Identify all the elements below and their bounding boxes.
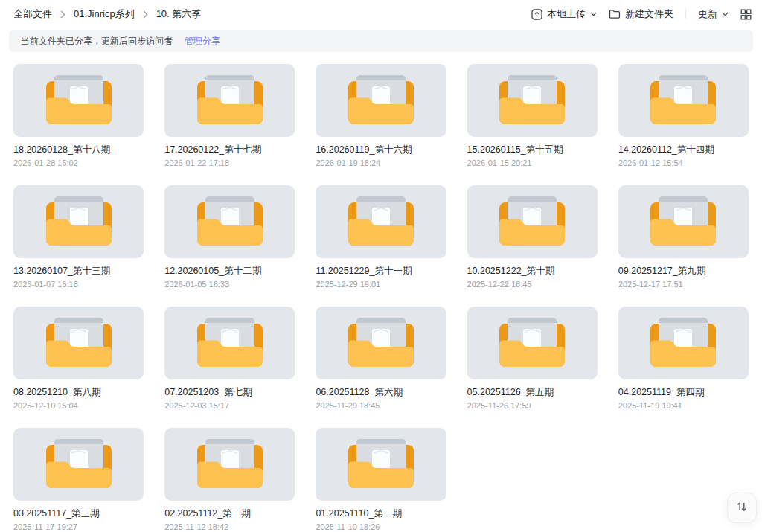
folder-item[interactable]: 03.20251117_第三期 2025-11-17 19:27 — [13, 428, 144, 532]
folder-icon — [43, 439, 115, 490]
folder-item[interactable]: 15.20260115_第十五期 2026-01-15 20:21 — [467, 64, 598, 168]
folder-item[interactable]: 08.20251210_第八期 2025-12-10 15:04 — [13, 307, 144, 411]
folder-thumbnail-card — [13, 64, 144, 137]
folder-item[interactable]: 13.20260107_第十三期 2026-01-07 15:18 — [13, 185, 144, 289]
folder-date: 2026-01-12 15:54 — [618, 158, 749, 168]
folder-thumbnail-card — [316, 64, 446, 137]
chevron-right-icon — [143, 10, 148, 19]
share-banner-text: 当前文件夹已分享，更新后同步访问者 — [21, 35, 173, 48]
update-button[interactable]: 更新 — [698, 7, 729, 21]
local-upload-button[interactable]: 本地上传 — [531, 7, 597, 21]
folder-icon — [345, 318, 417, 368]
folder-date: 2025-12-03 15:17 — [164, 401, 295, 411]
folder-thumbnail-card — [467, 307, 598, 379]
breadcrumb-series[interactable]: 01.Jinricp系列 — [74, 7, 135, 21]
folder-date: 2026-01-19 18:24 — [316, 158, 446, 168]
folder-item[interactable]: 01.20251110_第一期 2025-11-10 18:26 — [316, 428, 446, 532]
folder-icon — [43, 318, 115, 368]
folder-item[interactable]: 04.20251119_第四期 2025-11-19 19:41 — [618, 307, 749, 411]
folder-name: 08.20251210_第八期 — [13, 387, 144, 398]
folder-icon — [647, 75, 719, 126]
folder-thumbnail-card — [164, 428, 295, 501]
folder-name: 14.20260112_第十四期 — [618, 144, 749, 156]
folder-icon — [496, 318, 568, 368]
folder-name: 17.20260122_第十七期 — [164, 144, 295, 156]
folder-date: 2026-01-15 20:21 — [467, 158, 598, 168]
breadcrumb-all-files[interactable]: 全部文件 — [13, 7, 52, 21]
folder-date: 2026-01-05 16:33 — [164, 280, 295, 289]
sort-order-icon — [735, 500, 749, 516]
folder-icon — [345, 75, 417, 126]
share-banner: 当前文件夹已分享，更新后同步访问者 管理分享 — [9, 30, 753, 52]
folder-date: 2025-12-17 17:51 — [618, 280, 749, 289]
folder-name: 01.20251110_第一期 — [316, 508, 446, 519]
folder-name: 04.20251119_第四期 — [618, 387, 749, 398]
folder-date: 2025-12-10 15:04 — [13, 401, 144, 411]
folder-icon — [647, 196, 719, 247]
folder-icon — [345, 439, 417, 490]
folder-thumbnail-card — [618, 64, 749, 137]
folder-thumbnail-card — [618, 307, 749, 379]
folder-name: 12.20260105_第十二期 — [164, 266, 295, 277]
folder-icon — [345, 196, 417, 247]
new-folder-button[interactable]: 新建文件夹 — [609, 7, 673, 21]
folder-icon — [496, 75, 568, 126]
folder-thumbnail-card — [316, 185, 446, 258]
folder-item[interactable]: 02.20251112_第二期 2025-11-12 18:42 — [164, 428, 295, 532]
view-toggle-button[interactable] — [740, 9, 752, 20]
folder-item[interactable]: 10.20251222_第十期 2025-12-22 18:45 — [467, 185, 598, 289]
folder-outline-icon — [609, 9, 621, 19]
new-folder-label: 新建文件夹 — [625, 7, 673, 21]
folder-thumbnail-card — [316, 307, 446, 379]
folder-date: 2025-11-29 18:45 — [316, 401, 446, 411]
folder-thumbnail-card — [316, 428, 446, 501]
folder-date: 2026-01-07 15:18 — [13, 280, 144, 289]
folder-icon — [43, 196, 115, 247]
folder-date: 2025-12-29 19:01 — [316, 280, 446, 289]
breadcrumb: 全部文件 01.Jinricp系列 10. 第六季 — [13, 7, 201, 21]
folder-item[interactable]: 16.20260119_第十六期 2026-01-19 18:24 — [316, 64, 446, 168]
folder-icon — [43, 75, 115, 126]
folder-item[interactable]: 05.20251126_第五期 2025-11-26 17:59 — [467, 307, 598, 411]
folder-thumbnail-card — [467, 64, 598, 137]
sort-button[interactable] — [727, 493, 757, 523]
folder-thumbnail-card — [13, 185, 144, 258]
folder-name: 11.20251229_第十一期 — [316, 266, 446, 277]
folder-item[interactable]: 07.20251203_第七期 2025-12-03 15:17 — [164, 307, 295, 411]
folder-thumbnail-card — [13, 428, 144, 501]
grid-view-icon — [740, 9, 752, 20]
upload-icon — [531, 9, 542, 20]
chevron-down-icon — [590, 12, 597, 16]
folder-name: 09.20251217_第九期 — [618, 266, 749, 277]
chevron-down-icon — [722, 12, 729, 16]
folder-item[interactable]: 11.20251229_第十一期 2025-12-29 19:01 — [316, 185, 446, 289]
folder-name: 10.20251222_第十期 — [467, 266, 598, 277]
folder-icon — [194, 196, 266, 247]
folder-thumbnail-card — [467, 185, 598, 258]
folder-icon — [496, 196, 568, 247]
folder-date: 2025-11-10 18:26 — [316, 522, 446, 532]
manage-share-link[interactable]: 管理分享 — [185, 35, 220, 48]
folder-item[interactable]: 17.20260122_第十七期 2026-01-22 17:18 — [164, 64, 295, 168]
folder-item[interactable]: 18.20260128_第十八期 2026-01-28 15:02 — [13, 64, 144, 168]
folder-name: 07.20251203_第七期 — [164, 387, 295, 398]
folder-item[interactable]: 06.20251128_第六期 2025-11-29 18:45 — [316, 307, 446, 411]
folder-item[interactable]: 12.20260105_第十二期 2026-01-05 16:33 — [164, 185, 295, 289]
folder-item[interactable]: 09.20251217_第九期 2025-12-17 17:51 — [618, 185, 749, 289]
folder-thumbnail-card — [618, 185, 749, 258]
local-upload-label: 本地上传 — [547, 7, 586, 21]
folder-date: 2025-11-19 19:41 — [618, 401, 749, 411]
folder-item[interactable]: 14.20260112_第十四期 2026-01-12 15:54 — [618, 64, 749, 168]
folder-date: 2026-01-28 15:02 — [13, 158, 144, 168]
toolbar: 本地上传 新建文件夹 更新 — [531, 7, 752, 21]
folder-date: 2025-12-22 18:45 — [467, 280, 598, 289]
folder-date: 2025-11-26 17:59 — [467, 401, 598, 411]
folder-thumbnail-card — [164, 307, 295, 379]
folder-thumbnail-card — [164, 64, 295, 137]
folder-name: 02.20251112_第二期 — [164, 508, 295, 519]
update-label: 更新 — [698, 7, 717, 21]
folder-name: 13.20260107_第十三期 — [13, 266, 144, 277]
folder-name: 15.20260115_第十五期 — [467, 144, 598, 156]
folder-name: 18.20260128_第十八期 — [13, 144, 144, 156]
folder-icon — [647, 318, 719, 368]
